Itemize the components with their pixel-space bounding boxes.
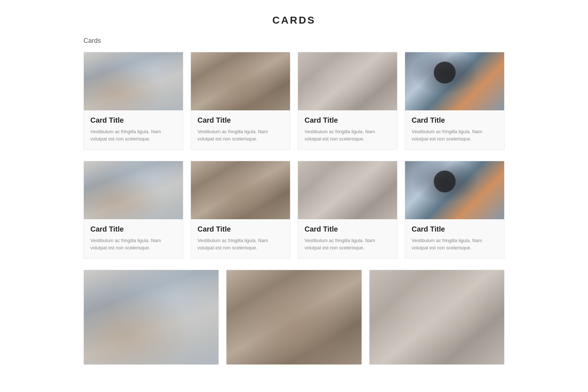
cards-row-3 [83,270,505,365]
card-3-2[interactable] [226,270,362,365]
card-2-1[interactable]: Card Title Vestibulum ac fringilla ligul… [83,161,183,259]
card-body: Card Title Vestibulum ac fringilla ligul… [298,219,397,258]
cards-container: Card Title Vestibulum ac fringilla ligul… [76,52,512,379]
card-title: Card Title [412,116,498,124]
card-1-1[interactable]: Card Title Vestibulum ac fringilla ligul… [83,52,183,150]
card-text: Vestibulum ac fringilla ligula. Nam volu… [197,128,283,142]
card-text: Vestibulum ac fringilla ligula. Nam volu… [305,237,391,251]
card-text: Vestibulum ac fringilla ligula. Nam volu… [197,237,283,251]
card-2-2[interactable]: Card Title Vestibulum ac fringilla ligul… [191,161,290,259]
card-title: Card Title [305,225,391,233]
card-text: Vestibulum ac fringilla ligula. Nam volu… [305,128,391,142]
card-image [405,52,504,110]
card-image [84,161,183,219]
card-2-3[interactable]: Card Title Vestibulum ac fringilla ligul… [298,161,397,259]
cards-row-2: Card Title Vestibulum ac fringilla ligul… [83,161,505,259]
card-3-1[interactable] [83,270,219,365]
card-image [405,161,504,219]
card-title: Card Title [305,116,391,124]
card-image [298,161,397,219]
card-body: Card Title Vestibulum ac fringilla ligul… [84,110,183,150]
cards-row-1: Card Title Vestibulum ac fringilla ligul… [83,52,505,150]
card-text: Vestibulum ac fringilla ligula. Nam volu… [412,128,498,142]
card-body: Card Title Vestibulum ac fringilla ligul… [191,219,290,258]
card-title: Card Title [90,116,176,124]
card-body: Card Title Vestibulum ac fringilla ligul… [84,219,183,258]
card-1-4[interactable]: Card Title Vestibulum ac fringilla ligul… [405,52,505,150]
card-image [84,52,183,110]
card-image [191,52,290,110]
card-image [84,270,219,364]
card-image [191,161,290,219]
card-1-2[interactable]: Card Title Vestibulum ac fringilla ligul… [191,52,290,150]
card-body: Card Title Vestibulum ac fringilla ligul… [405,110,504,150]
card-1-3[interactable]: Card Title Vestibulum ac fringilla ligul… [298,52,397,150]
card-image [226,270,361,364]
page-title: CARDS [0,0,588,37]
card-2-4[interactable]: Card Title Vestibulum ac fringilla ligul… [405,161,505,259]
card-body: Card Title Vestibulum ac fringilla ligul… [298,110,397,150]
card-body: Card Title Vestibulum ac fringilla ligul… [405,219,504,258]
section-label: Cards [76,37,512,45]
card-3-3[interactable] [369,270,505,365]
card-text: Vestibulum ac fringilla ligula. Nam volu… [90,237,176,251]
card-body: Card Title Vestibulum ac fringilla ligul… [191,110,290,150]
card-text: Vestibulum ac fringilla ligula. Nam volu… [90,128,176,142]
card-image [298,52,397,110]
card-title: Card Title [197,116,283,124]
card-title: Card Title [90,225,176,233]
card-title: Card Title [197,225,283,233]
card-title: Card Title [412,225,498,233]
card-text: Vestibulum ac fringilla ligula. Nam volu… [412,237,498,251]
card-image [369,270,504,364]
